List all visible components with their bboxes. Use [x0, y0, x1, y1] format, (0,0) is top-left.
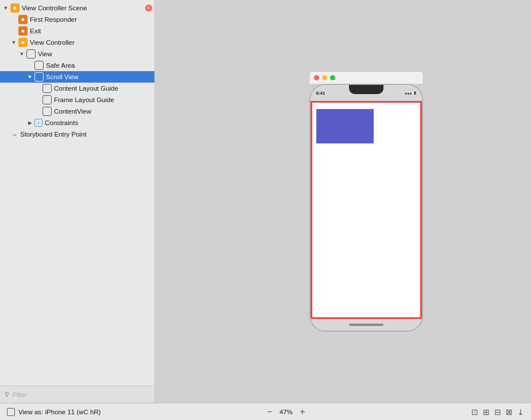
- share-icon[interactable]: ⤓: [517, 407, 524, 417]
- sidebar-item-label: Storyboard Entry Point: [20, 131, 152, 138]
- view-as-label: View as: iPhone 11 (wC hR): [18, 409, 101, 415]
- view-icon: [42, 107, 52, 116]
- sidebar-item-label: First Responder: [30, 16, 152, 23]
- fit-icon[interactable]: ⊡: [471, 407, 478, 417]
- filter-bar: ⚲: [0, 386, 154, 403]
- link-icon[interactable]: ⊠: [506, 407, 513, 417]
- cube-yellow-icon: ■: [10, 3, 20, 13]
- expand-arrow[interactable]: [26, 73, 33, 80]
- device-frame-toggle[interactable]: [7, 408, 15, 416]
- view-icon: [26, 49, 36, 59]
- bottom-center: − 47% +: [106, 407, 467, 417]
- sidebar-item-label: Scroll View: [46, 73, 152, 80]
- arrow-right-icon: →: [10, 130, 18, 139]
- zoom-in-button[interactable]: +: [300, 407, 305, 417]
- expand-arrow[interactable]: [2, 5, 9, 11]
- expand-arrow[interactable]: [18, 50, 25, 57]
- constraint-icon: I: [34, 119, 42, 127]
- sidebar-item-entry-point[interactable]: → Storyboard Entry Point: [0, 129, 154, 140]
- sidebar-item-label: Frame Layout Guide: [54, 96, 152, 103]
- canvas-area: 9:41 ●●● ▮: [155, 0, 531, 403]
- iphone-notch: [349, 85, 383, 94]
- filter-input[interactable]: [13, 391, 150, 398]
- sidebar-item-vc-scene[interactable]: ■ View Controller Scene ✕: [0, 2, 154, 14]
- iphone-frame: 9:41 ●●● ▮: [309, 84, 423, 332]
- dot-red: [314, 75, 319, 80]
- close-button[interactable]: ✕: [145, 5, 152, 11]
- sidebar-item-label: View Controller Scene: [22, 5, 143, 11]
- tree-view: ■ View Controller Scene ✕ ■ First Respon…: [0, 0, 154, 386]
- view-icon: [34, 72, 44, 81]
- sidebar-item-constraints[interactable]: I Constraints: [0, 117, 154, 129]
- sidebar-item-content-view[interactable]: ContentView: [0, 106, 154, 117]
- iphone-status-bar: 9:41 ●●● ▮: [311, 85, 422, 101]
- layout-icon[interactable]: ⊞: [483, 407, 490, 417]
- sidebar-item-label: ContentView: [54, 108, 152, 115]
- sidebar-item-exit[interactable]: ■ Exit: [0, 25, 154, 37]
- view-icon: [42, 84, 52, 93]
- sidebar-item-label: Exit: [30, 28, 152, 34]
- status-time: 9:41: [316, 91, 325, 96]
- bottom-bar: View as: iPhone 11 (wC hR) − 47% + ⊡ ⊞ ⊟…: [0, 403, 531, 420]
- resize-icon[interactable]: ⊟: [494, 407, 501, 417]
- blue-content-view: [316, 109, 374, 143]
- sidebar-item-view[interactable]: View: [0, 48, 154, 60]
- scroll-content: [312, 102, 421, 150]
- sidebar-item-label: Constraints: [45, 119, 152, 126]
- view-icon: [42, 95, 52, 104]
- iphone-mockup: 9:41 ●●● ▮: [309, 71, 424, 332]
- cube-orange-icon: ■: [18, 26, 28, 36]
- sidebar-item-first-responder[interactable]: ■ First Responder: [0, 14, 154, 25]
- view-icon: [34, 61, 44, 70]
- dot-yellow: [322, 75, 327, 80]
- sidebar: ■ View Controller Scene ✕ ■ First Respon…: [0, 0, 155, 403]
- iphone-home-area: [311, 319, 422, 330]
- sidebar-item-scroll-view[interactable]: Scroll View: [0, 71, 154, 83]
- zoom-out-button[interactable]: −: [267, 407, 272, 417]
- iphone-body: [311, 101, 422, 319]
- sidebar-item-label: Content Layout Guide: [54, 85, 152, 92]
- sidebar-item-view-controller[interactable]: ■ View Controller: [0, 37, 154, 48]
- dot-green: [330, 75, 335, 80]
- home-bar: [349, 324, 383, 326]
- expand-arrow[interactable]: [10, 39, 17, 46]
- sidebar-item-content-layout[interactable]: Content Layout Guide: [0, 83, 154, 94]
- filter-icon: ⚲: [5, 391, 9, 398]
- status-icons: ●●● ▮: [405, 91, 416, 95]
- battery-icon: ▮: [414, 91, 416, 95]
- signal-icon: ●●●: [405, 91, 412, 95]
- bottom-left: View as: iPhone 11 (wC hR): [7, 408, 101, 416]
- sidebar-item-safe-area[interactable]: Safe Area: [0, 60, 154, 71]
- zoom-value: 47%: [277, 409, 295, 415]
- bottom-right: ⊡ ⊞ ⊟ ⊠ ⤓: [471, 407, 524, 417]
- sidebar-item-label: Safe Area: [46, 62, 152, 69]
- sidebar-item-label: View: [38, 50, 152, 57]
- sidebar-item-label: View Controller: [30, 39, 152, 46]
- window-chrome: [309, 71, 424, 84]
- expand-arrow[interactable]: [26, 119, 33, 126]
- cube-yellow-icon: ■: [18, 38, 28, 47]
- sidebar-item-frame-layout[interactable]: Frame Layout Guide: [0, 94, 154, 106]
- cube-orange-icon: ■: [18, 15, 28, 24]
